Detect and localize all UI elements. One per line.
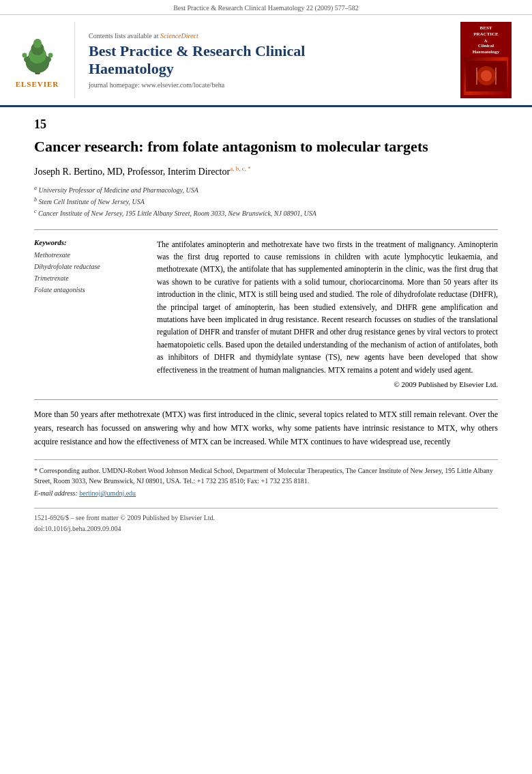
affiliation-a: a University Professor of Medicine and P… (34, 184, 498, 196)
abstract-column: The antifolates aminopterin and methotre… (157, 238, 498, 388)
copyright-notice: © 2009 Published by Elsevier Ltd. (157, 380, 498, 388)
cover-image-placeholder (464, 57, 508, 95)
elsevier-brand-text: ELSEVIER (16, 80, 59, 88)
corresponding-author-note: * Corresponding author. UMDNJ-Robert Woo… (34, 465, 498, 486)
journal-header: ELSEVIER Contents lists available at Sci… (0, 15, 532, 107)
svg-rect-12 (476, 68, 477, 85)
page-content: 15 Cancer research: from folate antagoni… (0, 107, 532, 548)
affiliation-c: c Cancer Institute of New Jersey, 195 Li… (34, 207, 498, 219)
keywords-column: Keywords: Methotrexate Dihydrofolate red… (34, 238, 143, 388)
footnote-section: * Corresponding author. UMDNJ-Robert Woo… (34, 459, 498, 498)
author-name: Joseph R. Bertino, MD, Professor, Interi… (34, 167, 230, 177)
svg-point-4 (33, 38, 41, 48)
journal-title: Best Practice & Research Clinical Haemat… (89, 42, 454, 78)
cover-best-practice-label: BEST PRACTICE (473, 25, 499, 38)
elsevier-logo: ELSEVIER (7, 22, 75, 98)
abstract-body: The antifolates aminopterin and methotre… (157, 238, 498, 376)
body-divider (34, 399, 498, 400)
authors-line: Joseph R. Bertino, MD, Professor, Interi… (34, 165, 498, 177)
affiliation-b: b Stem Cell Institute of New Jersey, USA (34, 196, 498, 207)
journal-homepage: journal homepage: www.elsevier.com/locat… (89, 81, 454, 89)
affiliations-block: a University Professor of Medicine and P… (34, 184, 498, 220)
article-title: Cancer research: from folate antagonism … (34, 137, 498, 157)
email-label: E-mail address: (34, 489, 78, 497)
cover-journal-label: Clinical Haematology (473, 43, 500, 55)
body-paragraph-1: More than 50 years after methotrexate (M… (34, 408, 498, 448)
journal-citation-bar: Best Practice & Research Clinical Haemat… (0, 0, 532, 15)
keyword-1: Methotrexate (34, 249, 143, 261)
keyword-2: Dihydrofolate reductase (34, 261, 143, 272)
keywords-title: Keywords: (34, 238, 143, 246)
sciencedirect-line: Contents lists available at ScienceDirec… (89, 32, 454, 40)
svg-point-11 (481, 70, 492, 81)
article-number: 15 (34, 117, 498, 132)
citation-text: Best Practice & Research Clinical Haemat… (173, 4, 359, 12)
author-superscripts: a, b, c, * (230, 165, 251, 172)
abstract-section: Keywords: Methotrexate Dihydrofolate red… (34, 238, 498, 388)
doi-line: doi:10.1016/j.beha.2009.09.004 (34, 524, 498, 534)
section-divider (34, 229, 498, 230)
journal-cover-image: BEST PRACTICE & Clinical Haematology (460, 22, 512, 98)
sciencedirect-link[interactable]: ScienceDirect (160, 32, 198, 40)
svg-point-7 (22, 53, 27, 57)
email-note: E-mail address: bertinoj@umdnj.edu (34, 488, 498, 498)
contents-available-text: Contents lists available at (89, 32, 158, 40)
keyword-3: Trimetrexate (34, 272, 143, 284)
email-address[interactable]: bertinoj@umdnj.edu (79, 489, 136, 497)
elsevier-tree-icon (14, 33, 61, 77)
issn-line: 1521-6926/$ – see front matter © 2009 Pu… (34, 513, 498, 524)
keyword-4: Folate antagonists (34, 284, 143, 296)
svg-rect-13 (495, 68, 497, 85)
cover-art-icon (466, 61, 507, 91)
svg-point-8 (48, 53, 53, 57)
journal-title-block: Contents lists available at ScienceDirec… (82, 22, 454, 98)
bottom-bar: 1521-6926/$ – see front matter © 2009 Pu… (34, 508, 498, 534)
